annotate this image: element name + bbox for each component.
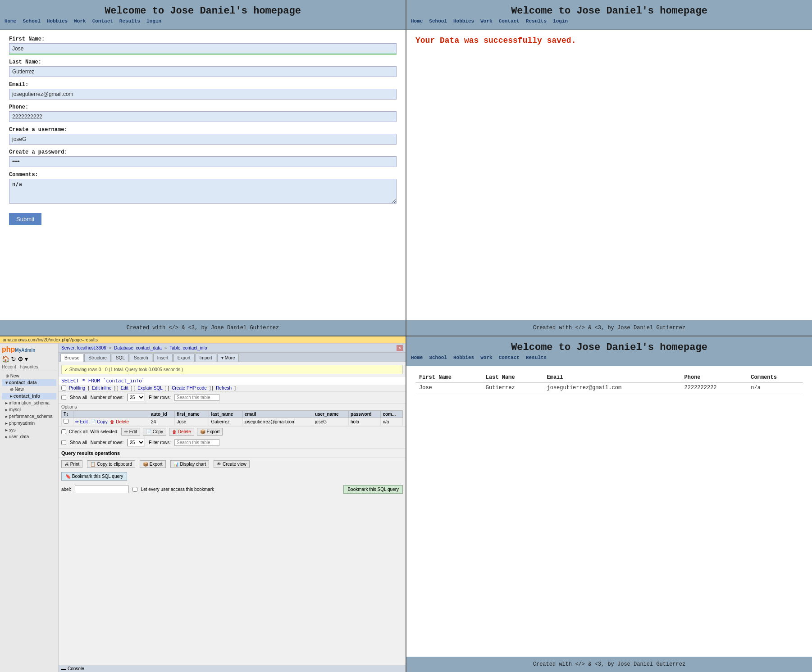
sidebar-item-info-schema[interactable]: ▸ information_schema <box>2 400 56 406</box>
nav-school-q2[interactable]: School <box>429 18 447 24</box>
bookmark-submit-btn[interactable]: Bookmark this SQL query <box>343 485 403 494</box>
breadcrumb-database[interactable]: Database: contact_data <box>114 345 162 350</box>
sidebar-item-contact-data[interactable]: ▾ contact_data <box>2 379 56 386</box>
nav-login-q2[interactable]: login <box>553 18 568 24</box>
th-password[interactable]: password <box>349 411 381 418</box>
edit-inline-link[interactable]: Edit inline <box>92 386 111 390</box>
tab-search[interactable]: Search <box>130 354 152 362</box>
more-icon[interactable]: ▾ <box>25 355 28 363</box>
row-copy-link[interactable]: 📄 Copy <box>91 419 108 424</box>
nav-work-q1[interactable]: Work <box>74 18 86 24</box>
nav-contact-q4[interactable]: Contact <box>499 355 520 360</box>
rows-select[interactable]: 25 <box>127 394 145 401</box>
edit-link[interactable]: Edit <box>121 386 128 390</box>
nav-school-q4[interactable]: School <box>429 355 447 360</box>
selected-export-btn[interactable]: 📦 Export <box>197 428 223 436</box>
close-button[interactable]: × <box>397 345 403 351</box>
bookmark-label-input[interactable] <box>75 486 129 493</box>
export-btn[interactable]: 📦 Export <box>140 460 166 468</box>
pma-topbar: Server: localhost:3306 » Database: conta… <box>59 344 406 353</box>
tab-export[interactable]: Export <box>173 354 195 362</box>
nav-results-q4[interactable]: Results <box>526 355 547 360</box>
settings-icon[interactable]: ⚙ <box>18 355 23 363</box>
input-username[interactable] <box>9 134 397 145</box>
nav-home-q4[interactable]: Home <box>411 355 423 360</box>
refresh-icon[interactable]: ↻ <box>11 355 16 363</box>
nav-hobbies-q4[interactable]: Hobbies <box>453 355 474 360</box>
copy-clipboard-btn[interactable]: 📋 Copy to clipboard <box>87 460 135 468</box>
sidebar-item-sys[interactable]: ▸ sys <box>2 427 56 433</box>
home-icon[interactable]: 🏠 <box>2 355 9 363</box>
nav-hobbies-q1[interactable]: Hobbies <box>47 18 68 24</box>
check-all-checkbox[interactable] <box>61 429 66 434</box>
filter-input-top[interactable] <box>174 394 219 401</box>
input-phone[interactable] <box>9 111 397 122</box>
bookmark-section: 🔖 Bookmark this SQL query abel: Let ever… <box>59 470 406 497</box>
nav-work-q2[interactable]: Work <box>480 18 492 24</box>
show-all-checkbox-2[interactable] <box>61 440 66 445</box>
selected-edit-btn[interactable]: ✏ Edit <box>121 428 140 436</box>
selected-delete-btn[interactable]: 🗑 Delete <box>169 428 194 436</box>
submit-button[interactable]: Submit <box>9 213 41 225</box>
recent-label[interactable]: Recent <box>2 364 16 369</box>
th-comments[interactable]: com... <box>381 411 403 418</box>
favorites-label[interactable]: Favorites <box>20 364 38 369</box>
nav-work-q4[interactable]: Work <box>480 355 492 360</box>
sidebar-item-new-sub[interactable]: ⊕ New <box>2 386 56 393</box>
nav-school-q1[interactable]: School <box>23 18 41 24</box>
nav-home-q2[interactable]: Home <box>411 18 423 24</box>
nav-results-q2[interactable]: Results <box>526 18 547 24</box>
cell-checkbox[interactable] <box>62 418 73 426</box>
sidebar-item-mysql[interactable]: ▸ mysql <box>2 406 56 413</box>
tab-more[interactable]: ▾ More <box>217 354 239 362</box>
nav-hobbies-q2[interactable]: Hobbies <box>453 18 474 24</box>
nav-login-q1[interactable]: login <box>146 18 161 24</box>
th-last-name[interactable]: last_name <box>209 411 242 418</box>
th-username[interactable]: user_name <box>313 411 348 418</box>
pma-main-layout: phpMyAdmin 🏠 ↻ ⚙ ▾ Recent Favorites ⊕ Ne… <box>0 344 406 672</box>
tab-insert[interactable]: Insert <box>153 354 173 362</box>
sidebar-item-contact-info[interactable]: ▸ contact_info <box>2 393 56 400</box>
row-checkbox[interactable] <box>64 419 68 424</box>
tab-browse[interactable]: Browse <box>60 354 83 362</box>
tab-import[interactable]: Import <box>196 354 216 362</box>
nav-contact-q1[interactable]: Contact <box>92 18 113 24</box>
success-content: Your Data was successfully saved. <box>406 30 812 72</box>
th-auto-id[interactable]: auto_id <box>149 411 175 418</box>
row-edit-link[interactable]: ✏ Edit <box>75 419 88 424</box>
th-email[interactable]: email <box>242 411 313 418</box>
input-email[interactable] <box>9 89 397 100</box>
filter-input-bottom[interactable] <box>174 439 219 446</box>
tab-structure[interactable]: Structure <box>84 354 111 362</box>
nav-results-q1[interactable]: Results <box>119 18 140 24</box>
sidebar-item-phpmyadmin[interactable]: ▸ phpmyadmin <box>2 420 56 427</box>
print-btn[interactable]: 🖨 Print <box>61 460 82 468</box>
sidebar-item-new[interactable]: ⊕ New <box>2 372 56 379</box>
th-first-name[interactable]: first_name <box>175 411 209 418</box>
explain-sql-link[interactable]: Explain SQL <box>137 386 163 390</box>
rows-select-2[interactable]: 25 <box>127 439 145 446</box>
console-label[interactable]: Console <box>68 666 84 671</box>
create-view-btn[interactable]: 👁 Create view <box>214 460 250 468</box>
breadcrumb-server[interactable]: Server: localhost:3306 <box>61 345 106 350</box>
input-password[interactable] <box>9 156 397 167</box>
profiling-checkbox[interactable] <box>61 386 66 390</box>
selected-copy-btn[interactable]: 📄 Copy <box>143 428 166 436</box>
create-php-link[interactable]: Create PHP code <box>172 386 207 390</box>
breadcrumb-table[interactable]: Table: contact_info <box>169 345 207 350</box>
sidebar-item-performance[interactable]: ▸ performance_schema <box>2 413 56 420</box>
input-comments[interactable]: n/a <box>9 179 397 204</box>
bookmark-public-checkbox[interactable] <box>132 487 137 492</box>
nav-home-q1[interactable]: Home <box>5 18 16 24</box>
sidebar-item-user-data[interactable]: ▸ user_data <box>2 433 56 440</box>
row-delete-link[interactable]: 🗑 Delete <box>110 419 129 424</box>
tab-sql[interactable]: SQL <box>112 354 129 362</box>
input-lastname[interactable] <box>9 66 397 77</box>
input-firstname[interactable] <box>9 43 397 54</box>
profiling-link[interactable]: Profiling <box>69 386 85 390</box>
bookmark-toggle-btn[interactable]: 🔖 Bookmark this SQL query <box>61 472 127 481</box>
show-all-checkbox[interactable] <box>61 395 66 400</box>
nav-contact-q2[interactable]: Contact <box>499 18 520 24</box>
refresh-link[interactable]: Refresh <box>216 386 232 390</box>
display-chart-btn[interactable]: 📊 Display chart <box>170 460 210 468</box>
